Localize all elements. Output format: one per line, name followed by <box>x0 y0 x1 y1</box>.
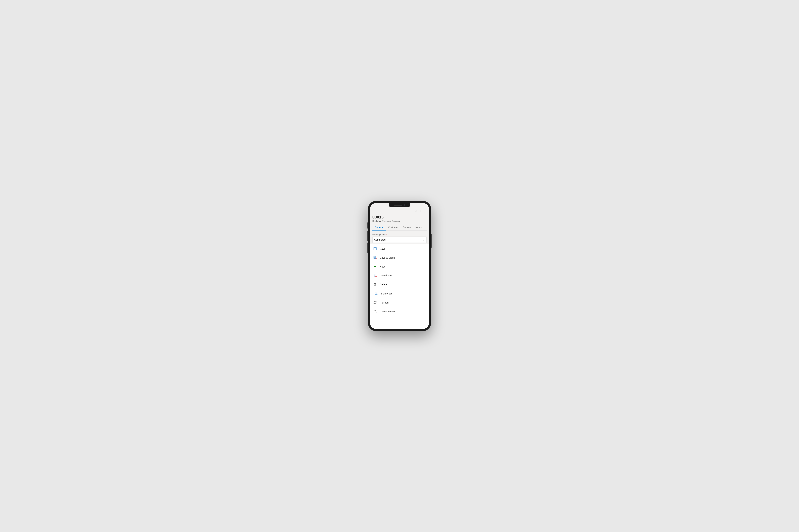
save-close-label: Save & Close <box>380 256 395 259</box>
notch <box>388 203 411 207</box>
refresh-label: Refresh <box>380 301 388 304</box>
header-nav: ‹ ⚲ + ⋮ <box>373 209 426 213</box>
context-menu: Save Save <box>370 244 429 329</box>
svg-line-31 <box>376 312 376 313</box>
svg-point-28 <box>377 294 378 295</box>
chevron-down-icon: ⌄ <box>423 238 425 241</box>
menu-item-save[interactable]: Save <box>370 244 429 253</box>
new-icon <box>373 265 377 268</box>
save-label: Save <box>380 247 385 250</box>
mute-button <box>367 223 368 228</box>
refresh-icon <box>373 301 377 304</box>
tab-general[interactable]: General <box>373 224 386 230</box>
deactivate-label: Deactivate <box>380 274 392 277</box>
required-marker: * <box>386 233 387 236</box>
delete-icon <box>373 282 377 286</box>
volume-up-button <box>367 231 368 241</box>
deactivate-icon <box>373 273 377 278</box>
delete-label: Delete <box>380 283 387 286</box>
menu-item-new[interactable]: New <box>370 262 429 271</box>
front-camera <box>404 204 405 206</box>
tabs: General Customer Service Notes <box>373 224 426 230</box>
phone-frame: ‹ ⚲ + ⋮ 00015 Bookable Resource Booking … <box>368 201 431 331</box>
phone-screen: ‹ ⚲ + ⋮ 00015 Bookable Resource Booking … <box>370 203 429 329</box>
new-label: New <box>380 265 385 268</box>
menu-item-deactivate[interactable]: Deactivate <box>370 271 429 280</box>
search-button[interactable]: ⚲ <box>415 209 417 213</box>
booking-status-dropdown[interactable]: Completed ⌄ <box>373 236 426 243</box>
svg-rect-7 <box>374 256 375 257</box>
save-close-icon <box>373 255 377 260</box>
back-button[interactable]: ‹ <box>373 209 374 213</box>
tab-service[interactable]: Service <box>401 224 413 230</box>
more-button[interactable]: ⋮ <box>423 209 426 213</box>
booking-status-section: Booking Status* Completed ⌄ <box>370 232 429 244</box>
svg-rect-2 <box>374 249 376 250</box>
menu-item-delete[interactable]: Delete <box>370 280 429 289</box>
check-access-label: Check Access <box>380 310 396 313</box>
header-actions: ⚲ + ⋮ <box>415 209 426 213</box>
record-id: 00015 <box>373 215 426 220</box>
booking-status-value: Completed <box>374 239 386 241</box>
save-icon <box>373 247 377 251</box>
menu-item-follow-up[interactable]: Follow up <box>371 289 428 298</box>
svg-rect-3 <box>375 248 375 248</box>
record-type: Bookable Resource Booking <box>373 220 426 222</box>
tab-notes[interactable]: Notes <box>413 224 424 230</box>
app-content: ‹ ⚲ + ⋮ 00015 Bookable Resource Booking … <box>370 203 429 329</box>
menu-item-refresh[interactable]: Refresh <box>370 298 429 307</box>
svg-rect-19 <box>374 283 376 286</box>
follow-up-label: Follow up <box>381 292 392 295</box>
booking-status-label: Booking Status* <box>373 233 426 236</box>
check-access-icon <box>373 309 377 314</box>
menu-item-check-access[interactable]: Check Access <box>370 307 429 316</box>
tab-customer[interactable]: Customer <box>386 224 401 230</box>
menu-item-save-close[interactable]: Save & Close <box>370 253 429 262</box>
add-button[interactable]: + <box>419 209 421 213</box>
power-button <box>431 234 432 248</box>
follow-up-icon <box>374 291 378 296</box>
volume-down-button <box>367 243 368 253</box>
svg-rect-6 <box>374 258 376 259</box>
speaker <box>394 205 402 206</box>
